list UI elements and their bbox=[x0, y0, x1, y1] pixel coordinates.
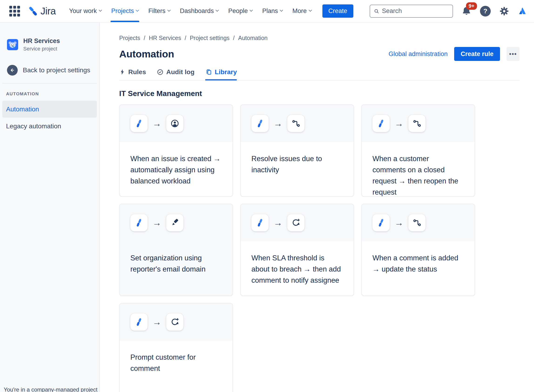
workflow-transition-icon bbox=[291, 119, 300, 128]
tab-audit-log[interactable]: Audit log bbox=[157, 68, 194, 80]
ellipsis-icon: ••• bbox=[509, 51, 517, 58]
check-circle-icon bbox=[157, 69, 164, 75]
settings-button[interactable] bbox=[499, 6, 509, 16]
automation-trigger-icon bbox=[255, 218, 265, 227]
template-card[interactable]: → When an issue is created → automatical… bbox=[119, 104, 233, 197]
automation-trigger-icon bbox=[134, 317, 144, 327]
app-switcher-icon[interactable] bbox=[7, 4, 22, 19]
edit-icon bbox=[170, 218, 179, 227]
atlassian-logo bbox=[518, 6, 527, 16]
project-avatar bbox=[7, 39, 18, 50]
project-name: HR Services bbox=[23, 37, 60, 45]
notification-badge: 9+ bbox=[466, 2, 477, 10]
automation-trigger-icon bbox=[134, 218, 144, 227]
template-card-title: When an issue is created → automatically… bbox=[120, 142, 233, 187]
project-type-note: You're in a company-managed project bbox=[4, 386, 98, 392]
chevron-down-icon bbox=[215, 8, 219, 12]
create-button[interactable]: Create bbox=[322, 5, 353, 18]
workflow-transition-icon bbox=[412, 119, 422, 128]
automation-trigger-icon bbox=[134, 119, 144, 128]
chevron-down-icon bbox=[167, 8, 171, 12]
template-card-title: When a comment is added → update the sta… bbox=[362, 241, 475, 275]
global-administration-link[interactable]: Global administration bbox=[389, 51, 448, 58]
template-card-title: When a customer comments on a closed req… bbox=[362, 142, 475, 197]
chevron-down-icon bbox=[250, 8, 253, 12]
nav-item-your-work[interactable]: Your work bbox=[64, 0, 106, 22]
template-card[interactable]: → When SLA threshold is about to breach … bbox=[240, 204, 354, 296]
automation-tabs: Rules Audit log Library bbox=[119, 68, 520, 80]
chevron-down-icon bbox=[136, 8, 139, 12]
template-card[interactable]: → When a comment is added → update the s… bbox=[361, 204, 475, 296]
template-card[interactable]: → Resolve issues due to inactivity bbox=[240, 104, 354, 197]
jira-wordmark: Jira bbox=[41, 6, 56, 17]
notifications-button[interactable]: 9+ bbox=[461, 6, 472, 16]
help-button[interactable]: ? bbox=[480, 6, 491, 17]
template-card-title: Prompt customer for comment bbox=[120, 341, 233, 374]
template-card[interactable]: → Prompt customer for comment bbox=[119, 303, 233, 392]
template-card-grid: → When an issue is created → automatical… bbox=[119, 104, 520, 392]
breadcrumb-projects[interactable]: Projects bbox=[119, 35, 140, 41]
main-content: Projects / HR Services / Project setting… bbox=[100, 23, 534, 392]
top-navigation: Jira Your work Projects Filters Dashboar… bbox=[0, 0, 534, 23]
arrow-left-icon bbox=[7, 65, 18, 75]
nav-item-more[interactable]: More bbox=[287, 0, 316, 22]
arrow-right-icon: → bbox=[395, 119, 403, 128]
project-type: Service project bbox=[23, 46, 60, 52]
nav-item-filters[interactable]: Filters bbox=[143, 0, 175, 22]
arrow-right-icon: → bbox=[153, 119, 161, 128]
nav-item-people[interactable]: People bbox=[223, 0, 257, 22]
pages-icon bbox=[205, 69, 212, 75]
breadcrumb-automation: Automation bbox=[238, 35, 267, 41]
workflow-transition-icon bbox=[412, 218, 422, 227]
project-sidebar: HR Services Service project Back to proj… bbox=[0, 23, 100, 392]
breadcrumb-hr-services[interactable]: HR Services bbox=[149, 35, 181, 41]
tab-library[interactable]: Library bbox=[205, 68, 237, 80]
nav-item-projects[interactable]: Projects bbox=[106, 0, 144, 22]
back-to-project-settings[interactable]: Back to project settings bbox=[7, 65, 99, 75]
arrow-right-icon: → bbox=[273, 119, 282, 128]
create-rule-button[interactable]: Create rule bbox=[454, 47, 500, 61]
nav-item-dashboards[interactable]: Dashboards bbox=[175, 0, 224, 22]
search-input[interactable] bbox=[382, 7, 449, 15]
automation-trigger-icon bbox=[255, 119, 265, 128]
tab-rules[interactable]: Rules bbox=[119, 68, 146, 80]
sidebar-section-header: AUTOMATION bbox=[6, 91, 99, 97]
jira-logo-mark bbox=[27, 5, 39, 17]
chevron-down-icon bbox=[99, 8, 102, 12]
sidebar-nav: Automation Legacy automation bbox=[0, 101, 99, 135]
add-comment-icon bbox=[170, 317, 180, 327]
assignee-icon bbox=[170, 119, 180, 128]
sidebar-divider bbox=[2, 83, 97, 84]
koala-avatar-icon bbox=[7, 39, 18, 50]
sidebar-item-legacy-automation[interactable]: Legacy automation bbox=[2, 118, 97, 135]
breadcrumb: Projects / HR Services / Project setting… bbox=[119, 35, 520, 41]
search-box[interactable] bbox=[370, 5, 453, 18]
sidebar-item-automation[interactable]: Automation bbox=[2, 101, 97, 118]
automation-trigger-icon bbox=[377, 119, 386, 128]
arrow-right-icon: → bbox=[273, 218, 282, 227]
arrow-right-icon: → bbox=[153, 317, 161, 327]
template-card-title: Set organization using reporter's email … bbox=[120, 241, 233, 275]
project-header: HR Services Service project bbox=[7, 37, 99, 52]
add-comment-icon bbox=[291, 218, 300, 227]
more-options-button[interactable]: ••• bbox=[506, 47, 520, 61]
nav-item-plans[interactable]: Plans bbox=[257, 0, 287, 22]
chevron-down-icon bbox=[280, 8, 283, 12]
template-card-title: Resolve issues due to inactivity bbox=[241, 142, 354, 176]
page-title: Automation bbox=[119, 48, 174, 60]
lightning-icon bbox=[119, 69, 126, 75]
arrow-right-icon: → bbox=[395, 218, 403, 227]
gear-icon bbox=[499, 6, 509, 16]
template-card[interactable]: → When a customer comments on a closed r… bbox=[361, 104, 475, 197]
template-card[interactable]: → Set organization using reporter's emai… bbox=[119, 204, 233, 296]
section-title: IT Service Management bbox=[119, 89, 520, 98]
automation-trigger-icon bbox=[377, 218, 386, 227]
arrow-right-icon: → bbox=[153, 218, 161, 227]
breadcrumb-project-settings[interactable]: Project settings bbox=[190, 35, 229, 41]
template-card-title: When SLA threshold is about to breach → … bbox=[241, 241, 354, 286]
chevron-down-icon bbox=[308, 8, 312, 12]
help-icon: ? bbox=[480, 6, 491, 17]
jira-logo[interactable]: Jira bbox=[26, 5, 57, 17]
search-icon bbox=[373, 8, 380, 15]
primary-nav: Your work Projects Filters Dashboards Pe… bbox=[64, 0, 316, 22]
